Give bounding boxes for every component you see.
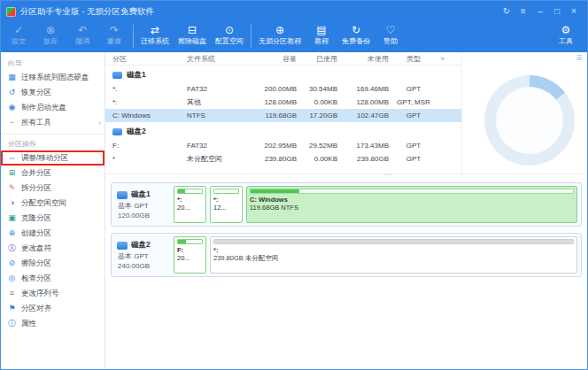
minimize-icon[interactable]: – bbox=[532, 4, 548, 19]
discard-button[interactable]: ⊗ 放弃 bbox=[35, 23, 66, 47]
splitter-handle[interactable]: ⋯ bbox=[385, 170, 394, 179]
sidebar-item-create-partition[interactable]: ⊕ 创建分区 bbox=[1, 226, 104, 241]
table-row-selected[interactable]: C: Windows NTFS 119.68GB 17.20GB 102.47G… bbox=[105, 109, 461, 122]
migrate-os-button[interactable]: ⇄ 迁移系统 bbox=[136, 23, 174, 47]
table-row[interactable]: *: FAT32 200.00MB 30.54MB 169.46MB GPT bbox=[105, 82, 461, 96]
sidebar-item-properties[interactable]: ⓘ 属性 bbox=[1, 316, 104, 331]
sidebar-item-label: 更改序列号 bbox=[21, 289, 59, 299]
usage-bar bbox=[213, 239, 574, 244]
cell-capacity: 128.00MB bbox=[245, 98, 297, 106]
partition-tutorial-button[interactable]: ⊕ 无损分区教程 bbox=[254, 23, 306, 47]
col-unused[interactable]: 未使用 bbox=[337, 54, 389, 64]
migrate-os-icon: ⇄ bbox=[151, 24, 159, 37]
commit-button[interactable]: ✓ 提交 bbox=[3, 23, 35, 47]
sidebar-item-label: 分配空闲空间 bbox=[21, 198, 66, 209]
sidebar-item-bootable-media[interactable]: ◉ 制作启动光盘 bbox=[1, 100, 104, 115]
all-tools-icon: − bbox=[7, 118, 17, 127]
sidebar-item-label: 调整/移动分区 bbox=[21, 153, 68, 164]
cell-partition: C: Windows bbox=[105, 112, 187, 119]
col-capacity[interactable]: 容量 bbox=[245, 54, 297, 64]
menu-icon[interactable]: ≡ bbox=[515, 4, 531, 19]
partition-block-f[interactable]: F: 20... bbox=[174, 236, 206, 274]
sidebar-item-merge-partitions[interactable]: ⊞ 合并分区 bbox=[1, 166, 104, 181]
merge-partitions-icon: ⊞ bbox=[7, 168, 17, 178]
sidebar-item-clone-partition[interactable]: ▣ 克隆分区 bbox=[1, 211, 104, 226]
free-backup-button[interactable]: ↻ 免费备份 bbox=[337, 23, 375, 47]
sidebar-item-migrate-to-ssd[interactable]: ▦ 迁移系统到固态硬盘 bbox=[1, 70, 104, 85]
sidebar-item-label: 分区对齐 bbox=[21, 304, 51, 314]
close-icon[interactable]: × bbox=[566, 4, 582, 19]
tutorial-label: 教程 bbox=[314, 37, 329, 46]
sidebar-item-partition-alignment[interactable]: ⚑ 分区对齐 bbox=[1, 301, 104, 316]
refresh-icon[interactable]: ↻ bbox=[499, 4, 514, 19]
partition-table: 分区 文件系统 容量 已使用 未使用 类型 » 磁盘1 *: FAT bbox=[105, 52, 461, 173]
table-row[interactable]: *: 其他 128.00MB 0.00KB 128.00MB GPT, MSR bbox=[105, 96, 461, 109]
col-type[interactable]: 类型 bbox=[389, 54, 438, 64]
donate-label: 赞助 bbox=[383, 37, 398, 46]
cell-unused: 128.00MB bbox=[337, 98, 389, 106]
sidebar-item-resize-move-partition[interactable]: ⇔ 调整/移动分区 bbox=[1, 150, 104, 166]
allocate-space-button[interactable]: ⊙ 配置空间 bbox=[211, 23, 248, 47]
sidebar-item-label: 检查分区 bbox=[21, 274, 51, 284]
sidebar-item-check-partition[interactable]: ◎ 检查分区 bbox=[1, 271, 104, 286]
cell-unused: 173.43MB bbox=[337, 142, 389, 150]
partition-block-esp[interactable]: *: 20... bbox=[174, 186, 206, 223]
partition-block-unallocated[interactable]: *: 239.80GB 未分配空间 bbox=[210, 236, 577, 274]
col-filesystem[interactable]: 文件系统 bbox=[187, 54, 245, 64]
block-label: C: Windows bbox=[250, 196, 574, 204]
app-logo-icon bbox=[6, 7, 16, 17]
sidebar-item-wipe-partition[interactable]: ⊘ 擦除分区 bbox=[1, 256, 104, 271]
disk2-group-header[interactable]: 磁盘2 bbox=[105, 124, 461, 139]
view-options-icon[interactable]: ≣ bbox=[576, 53, 583, 62]
tools-button[interactable]: ⚙ 工具 bbox=[550, 23, 582, 47]
section-splitter: ⋯ bbox=[105, 174, 587, 182]
block-label: *: bbox=[213, 246, 574, 254]
clone-partition-icon: ▣ bbox=[7, 213, 17, 223]
col-partition[interactable]: 分区 bbox=[105, 54, 187, 64]
cell-used: 0.00KB bbox=[297, 98, 337, 106]
sidebar-item-recover-partition[interactable]: ↺ 恢复分区 bbox=[1, 85, 104, 100]
donate-button[interactable]: ♡ 赞助 bbox=[375, 23, 406, 47]
redo-icon: ↷ bbox=[110, 24, 119, 37]
disk2-info: 磁盘2 基本 GPT 240.00GB bbox=[115, 236, 170, 274]
sidebar-item-all-tools[interactable]: − 所有工具 › bbox=[1, 115, 104, 130]
app-window: 分区助手专业版 - 无损分区免费软件 ↻ ≡ – □ × ✓ 提交 ⊗ 放弃 ↶… bbox=[0, 0, 588, 370]
sidebar-item-change-serial-number[interactable]: ≡ 更改序列号 bbox=[1, 286, 104, 301]
maximize-icon[interactable]: □ bbox=[549, 4, 565, 19]
usage-bar bbox=[213, 189, 239, 194]
cell-filesystem: 其他 bbox=[187, 97, 245, 107]
tutorial-button[interactable]: ▤ 教程 bbox=[306, 23, 337, 47]
block-size: 119.68GB NTFS bbox=[250, 204, 574, 212]
disk-panels: 磁盘1 基本 GPT 120.00GB *: 20... *: 12... bbox=[105, 182, 587, 277]
col-used[interactable]: 已使用 bbox=[297, 54, 337, 64]
disk-icon bbox=[112, 72, 122, 79]
partition-block-msr[interactable]: *: 12... bbox=[210, 186, 243, 223]
cell-filesystem: NTFS bbox=[187, 112, 245, 119]
sidebar-item-allocate-free-space[interactable]: ◑ 分配空闲空间 bbox=[1, 196, 104, 211]
partition-block-c-windows[interactable]: C: Windows 119.68GB NTFS bbox=[246, 186, 577, 223]
undo-button[interactable]: ↶ 撤消 bbox=[66, 23, 98, 47]
disk-icon bbox=[112, 128, 122, 135]
disk1-info: 磁盘1 基本 GPT 120.00GB bbox=[115, 186, 170, 223]
redo-button[interactable]: ↷ 重做 bbox=[98, 23, 130, 47]
cell-capacity: 239.80GB bbox=[245, 155, 297, 163]
undo-icon: ↶ bbox=[78, 24, 87, 37]
toolbar: ✓ 提交 ⊗ 放弃 ↶ 撤消 ↷ 重做 ⇄ 迁移系统 ⊟ 擦除磁盘 ⊙ 配置空间 bbox=[1, 22, 587, 52]
cell-used: 30.54MB bbox=[297, 85, 337, 93]
usage-bar bbox=[250, 189, 574, 194]
sidebar-item-label: 恢复分区 bbox=[21, 88, 51, 98]
partition-table-section: 分区 文件系统 容量 已使用 未使用 类型 » 磁盘1 *: FAT bbox=[105, 52, 587, 174]
cell-used: 17.20GB bbox=[297, 112, 337, 119]
sidebar-section-partition-ops: 分区操作 ⇔ 调整/移动分区 ⊞ 合并分区 ✎ 拆分分区 ◑ 分配空闲空间 bbox=[1, 134, 104, 331]
disk1-group-header[interactable]: 磁盘1 bbox=[105, 67, 461, 82]
wipe-disk-button[interactable]: ⊟ 擦除磁盘 bbox=[174, 23, 211, 47]
sidebar-item-change-drive-letter[interactable]: Ⓐ 更改盘符 bbox=[1, 241, 104, 256]
sidebar-item-split-partition[interactable]: ✎ 拆分分区 bbox=[1, 181, 104, 196]
heart-icon: ♡ bbox=[386, 24, 396, 37]
table-header: 分区 文件系统 容量 已使用 未使用 类型 » bbox=[105, 52, 461, 66]
table-row[interactable]: F: FAT32 202.95MB 29.52MB 173.43MB GPT bbox=[105, 139, 461, 152]
table-row[interactable]: * 未分配空间 239.80GB 0.00KB 239.80GB GPT bbox=[105, 152, 461, 166]
section-title: 分区操作 bbox=[1, 136, 104, 150]
more-columns-icon[interactable]: » bbox=[438, 54, 461, 63]
chevron-right-icon: › bbox=[98, 119, 101, 127]
